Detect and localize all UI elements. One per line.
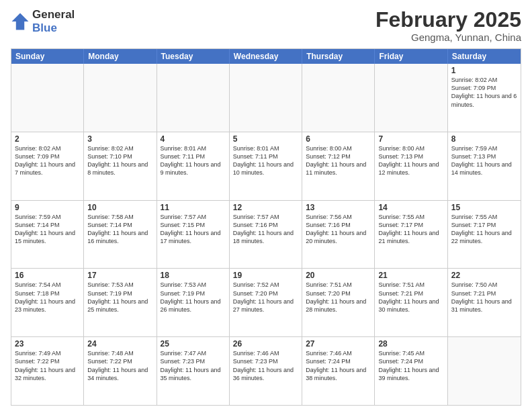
cell-info: Sunrise: 8:00 AM Sunset: 7:13 PM Dayligh… [378,144,443,177]
day-number: 19 [233,271,298,280]
calendar-cell-2-0: 9Sunrise: 7:59 AM Sunset: 7:14 PM Daylig… [11,201,84,269]
header-day-friday: Friday [375,49,447,64]
cell-info: Sunrise: 7:51 AM Sunset: 7:21 PM Dayligh… [378,281,443,314]
cell-info: Sunrise: 7:59 AM Sunset: 7:14 PM Dayligh… [15,213,80,246]
calendar-cell-4-5: 28Sunrise: 7:45 AM Sunset: 7:24 PM Dayli… [375,337,447,405]
calendar-cell-0-3 [230,64,302,132]
calendar-cell-3-3: 19Sunrise: 7:52 AM Sunset: 7:20 PM Dayli… [230,269,302,336]
calendar-cell-1-0: 2Sunrise: 8:02 AM Sunset: 7:09 PM Daylig… [11,132,84,200]
cell-info: Sunrise: 7:52 AM Sunset: 7:20 PM Dayligh… [233,281,298,314]
cell-info: Sunrise: 7:48 AM Sunset: 7:22 PM Dayligh… [87,349,152,382]
cell-info: Sunrise: 7:56 AM Sunset: 7:16 PM Dayligh… [306,213,371,246]
day-number: 27 [306,339,371,349]
logo-text: General Blue [32,8,75,34]
day-number: 24 [87,339,152,349]
calendar-cell-4-1: 24Sunrise: 7:48 AM Sunset: 7:22 PM Dayli… [84,337,157,405]
location: Gengma, Yunnan, China [375,32,521,43]
day-number: 25 [161,339,226,349]
calendar-cell-3-6: 22Sunrise: 7:50 AM Sunset: 7:21 PM Dayli… [448,269,521,336]
cell-info: Sunrise: 7:53 AM Sunset: 7:19 PM Dayligh… [87,281,152,314]
header-day-saturday: Saturday [448,49,521,64]
calendar-row-0: 1Sunrise: 8:02 AM Sunset: 7:09 PM Daylig… [11,64,521,132]
day-number: 23 [15,339,80,349]
calendar-cell-4-6 [448,337,521,405]
day-number: 26 [233,339,298,349]
cell-info: Sunrise: 8:01 AM Sunset: 7:11 PM Dayligh… [233,144,298,177]
calendar-cell-2-1: 10Sunrise: 7:58 AM Sunset: 7:14 PM Dayli… [84,201,157,269]
calendar-cell-4-4: 27Sunrise: 7:46 AM Sunset: 7:24 PM Dayli… [302,337,375,405]
logo-icon [11,12,30,31]
calendar-cell-1-1: 3Sunrise: 8:02 AM Sunset: 7:10 PM Daylig… [84,132,157,200]
day-number: 14 [378,203,443,212]
logo: General Blue [11,8,75,34]
cell-info: Sunrise: 8:00 AM Sunset: 7:12 PM Dayligh… [306,144,371,177]
cell-info: Sunrise: 7:46 AM Sunset: 7:24 PM Dayligh… [306,349,371,382]
calendar-cell-4-3: 26Sunrise: 7:46 AM Sunset: 7:23 PM Dayli… [230,337,302,405]
calendar-cell-4-2: 25Sunrise: 7:47 AM Sunset: 7:23 PM Dayli… [157,337,230,405]
cell-info: Sunrise: 7:51 AM Sunset: 7:20 PM Dayligh… [306,281,371,314]
calendar-cell-2-4: 13Sunrise: 7:56 AM Sunset: 7:16 PM Dayli… [302,201,375,269]
calendar-cell-1-4: 6Sunrise: 8:00 AM Sunset: 7:12 PM Daylig… [302,132,375,200]
cell-info: Sunrise: 7:59 AM Sunset: 7:13 PM Dayligh… [451,144,517,177]
header-day-sunday: Sunday [11,49,84,64]
day-number: 2 [15,134,80,144]
header-day-wednesday: Wednesday [230,49,302,64]
header: General Blue February 2025 Gengma, Yunna… [11,8,521,43]
calendar-cell-2-5: 14Sunrise: 7:55 AM Sunset: 7:17 PM Dayli… [375,201,447,269]
calendar-cell-2-2: 11Sunrise: 7:57 AM Sunset: 7:15 PM Dayli… [157,201,230,269]
calendar-row-2: 9Sunrise: 7:59 AM Sunset: 7:14 PM Daylig… [11,201,521,269]
day-number: 4 [161,134,226,144]
day-number: 17 [87,271,152,280]
cell-info: Sunrise: 7:49 AM Sunset: 7:22 PM Dayligh… [15,349,80,382]
cell-info: Sunrise: 7:46 AM Sunset: 7:23 PM Dayligh… [233,349,298,382]
day-number: 16 [15,271,80,280]
cell-info: Sunrise: 7:55 AM Sunset: 7:17 PM Dayligh… [451,213,517,246]
day-number: 28 [378,339,443,349]
day-number: 13 [306,203,371,212]
calendar-cell-0-5 [375,64,447,132]
day-number: 11 [161,203,226,212]
header-day-monday: Monday [84,49,157,64]
calendar-cell-3-4: 20Sunrise: 7:51 AM Sunset: 7:20 PM Dayli… [302,269,375,336]
logo-blue: Blue [32,21,75,35]
cell-info: Sunrise: 7:55 AM Sunset: 7:17 PM Dayligh… [378,213,443,246]
calendar-cell-3-2: 18Sunrise: 7:53 AM Sunset: 7:19 PM Dayli… [157,269,230,336]
day-number: 5 [233,134,298,144]
calendar-header: SundayMondayTuesdayWednesdayThursdayFrid… [11,49,521,64]
calendar-cell-0-4 [302,64,375,132]
calendar-cell-1-6: 8Sunrise: 7:59 AM Sunset: 7:13 PM Daylig… [448,132,521,200]
day-number: 22 [451,271,517,280]
day-number: 12 [233,203,298,212]
calendar-cell-0-0 [11,64,84,132]
day-number: 10 [87,203,152,212]
cell-info: Sunrise: 7:58 AM Sunset: 7:14 PM Dayligh… [87,213,152,246]
day-number: 18 [161,271,226,280]
day-number: 7 [378,134,443,144]
day-number: 20 [306,271,371,280]
day-number: 8 [451,134,517,144]
calendar-cell-4-0: 23Sunrise: 7:49 AM Sunset: 7:22 PM Dayli… [11,337,84,405]
calendar-body: 1Sunrise: 8:02 AM Sunset: 7:09 PM Daylig… [11,64,521,405]
cell-info: Sunrise: 7:45 AM Sunset: 7:24 PM Dayligh… [378,349,443,382]
day-number: 21 [378,271,443,280]
calendar: SundayMondayTuesdayWednesdayThursdayFrid… [11,48,521,406]
header-day-tuesday: Tuesday [157,49,230,64]
day-number: 6 [306,134,371,144]
month-title: February 2025 [375,8,521,32]
calendar-cell-3-5: 21Sunrise: 7:51 AM Sunset: 7:21 PM Dayli… [375,269,447,336]
day-number: 15 [451,203,517,212]
calendar-cell-3-0: 16Sunrise: 7:54 AM Sunset: 7:18 PM Dayli… [11,269,84,336]
calendar-cell-1-3: 5Sunrise: 8:01 AM Sunset: 7:11 PM Daylig… [230,132,302,200]
calendar-cell-0-1 [84,64,157,132]
cell-info: Sunrise: 7:57 AM Sunset: 7:16 PM Dayligh… [233,213,298,246]
calendar-cell-2-6: 15Sunrise: 7:55 AM Sunset: 7:17 PM Dayli… [448,201,521,269]
calendar-row-4: 23Sunrise: 7:49 AM Sunset: 7:22 PM Dayli… [11,337,521,405]
calendar-cell-1-5: 7Sunrise: 8:00 AM Sunset: 7:13 PM Daylig… [375,132,447,200]
logo-general: General [32,8,75,21]
cell-info: Sunrise: 8:02 AM Sunset: 7:09 PM Dayligh… [451,76,517,109]
calendar-cell-1-2: 4Sunrise: 8:01 AM Sunset: 7:11 PM Daylig… [157,132,230,200]
calendar-cell-3-1: 17Sunrise: 7:53 AM Sunset: 7:19 PM Dayli… [84,269,157,336]
cell-info: Sunrise: 7:54 AM Sunset: 7:18 PM Dayligh… [15,281,80,314]
cell-info: Sunrise: 8:01 AM Sunset: 7:11 PM Dayligh… [161,144,226,177]
cell-info: Sunrise: 7:57 AM Sunset: 7:15 PM Dayligh… [161,213,226,246]
